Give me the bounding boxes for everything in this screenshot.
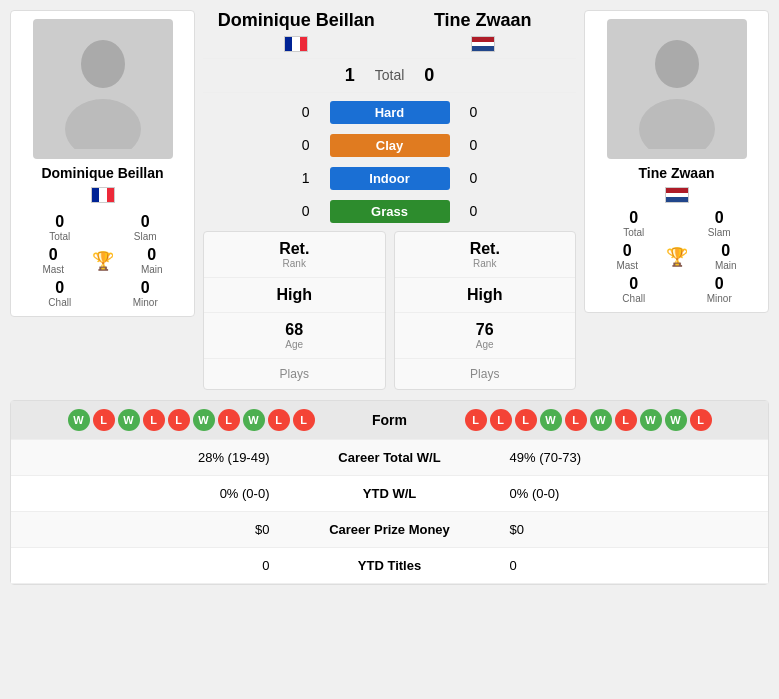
total-label: Total <box>375 67 405 83</box>
right-total-stat: 0 Total <box>593 209 675 238</box>
stat-row-3: 0 YTD Titles 0 <box>11 548 768 584</box>
form-badge-l: L <box>465 409 487 431</box>
stat-left-0: 28% (19-49) <box>23 450 290 465</box>
right-player-title: Tine Zwaan <box>390 10 577 32</box>
grass-badge: Grass <box>330 200 450 223</box>
left-rank-val: Ret. <box>204 240 385 258</box>
right-grass-score: 0 <box>470 203 490 219</box>
form-badge-l: L <box>293 409 315 431</box>
right-age-item: 76 Age <box>395 313 576 359</box>
left-plays-item: Plays <box>204 359 385 389</box>
form-badge-w: W <box>118 409 140 431</box>
right-player-flag <box>665 187 689 203</box>
form-badge-l: L <box>268 409 290 431</box>
hard-row: 0 Hard 0 <box>203 97 576 128</box>
left-slam-stat: 0 Slam <box>105 213 187 242</box>
right-age-val: 76 <box>395 321 576 339</box>
right-title-flag <box>471 36 495 52</box>
svg-point-1 <box>65 99 141 149</box>
left-player-avatar <box>33 19 173 159</box>
clay-badge: Clay <box>330 134 450 157</box>
right-player-avatar <box>607 19 747 159</box>
center-content: Dominique Beillan Tine Zwaan 1 Total 0 <box>203 10 576 390</box>
form-badge-l: L <box>515 409 537 431</box>
stat-label-0: Career Total W/L <box>290 450 490 465</box>
right-hard-score: 0 <box>470 104 490 120</box>
left-clay-score: 0 <box>290 137 310 153</box>
left-total-stat: 0 Total <box>19 213 101 242</box>
surface-rows: 0 Hard 0 0 Clay 0 1 Indoor 0 <box>203 97 576 227</box>
right-mast-stat: 0 Mast <box>593 242 662 271</box>
form-badge-l: L <box>490 409 512 431</box>
form-badge-l: L <box>218 409 240 431</box>
info-boxes-row: Ret. Rank High 68 Age Plays <box>203 231 576 390</box>
form-badge-w: W <box>243 409 265 431</box>
stat-label-1: YTD W/L <box>290 486 490 501</box>
left-rank-label: Rank <box>204 258 385 269</box>
stat-right-2: $0 <box>490 522 757 537</box>
form-label: Form <box>315 412 465 428</box>
left-player-flag <box>91 187 115 203</box>
form-badge-l: L <box>565 409 587 431</box>
left-form-sequence: WLWLLWLWLL <box>23 409 315 431</box>
right-plays-item: Plays <box>395 359 576 389</box>
left-rank-item: Ret. Rank <box>204 232 385 278</box>
form-badge-l: L <box>168 409 190 431</box>
right-minor-stat: 0 Minor <box>679 275 761 304</box>
right-player-name: Tine Zwaan <box>593 165 760 181</box>
grass-row: 0 Grass 0 <box>203 196 576 227</box>
form-badge-l: L <box>615 409 637 431</box>
form-badge-w: W <box>68 409 90 431</box>
right-age-label: Age <box>395 339 576 350</box>
right-chall-stat: 0 Chall <box>593 275 675 304</box>
left-indoor-score: 1 <box>290 170 310 186</box>
form-badge-l: L <box>143 409 165 431</box>
stat-right-0: 49% (70-73) <box>490 450 757 465</box>
stat-right-1: 0% (0-0) <box>490 486 757 501</box>
right-trophy-icon: 🏆 <box>666 246 688 268</box>
clay-row: 0 Clay 0 <box>203 130 576 161</box>
form-badge-w: W <box>640 409 662 431</box>
stat-row-0: 28% (19-49) Career Total W/L 49% (70-73) <box>11 440 768 476</box>
stat-left-2: $0 <box>23 522 290 537</box>
right-info-box: Ret. Rank High 76 Age Plays <box>394 231 577 390</box>
stat-left-1: 0% (0-0) <box>23 486 290 501</box>
left-main-stat: 0 Main <box>118 246 187 275</box>
left-minor-stat: 0 Minor <box>105 279 187 308</box>
right-indoor-score: 0 <box>470 170 490 186</box>
form-badge-l: L <box>690 409 712 431</box>
stat-row-2: $0 Career Prize Money $0 <box>11 512 768 548</box>
form-badge-l: L <box>93 409 115 431</box>
right-total-score: 0 <box>424 65 434 86</box>
right-clay-score: 0 <box>470 137 490 153</box>
right-high-item: High <box>395 278 576 313</box>
left-hard-score: 0 <box>290 104 310 120</box>
right-rank-item: Ret. Rank <box>395 232 576 278</box>
left-total-score: 1 <box>345 65 355 86</box>
left-high-item: High <box>204 278 385 313</box>
page-container: Dominique Beillan 0 Total 0 Slam <box>0 0 779 595</box>
left-age-val: 68 <box>204 321 385 339</box>
svg-point-2 <box>655 40 699 88</box>
bottom-stats-section: WLWLLWLWLL Form LLLWLWLWWL 28% (19-49) C… <box>10 400 769 585</box>
stat-label-2: Career Prize Money <box>290 522 490 537</box>
left-chall-stat: 0 Chall <box>19 279 101 308</box>
left-player-card: Dominique Beillan 0 Total 0 Slam <box>10 10 195 317</box>
left-player-name: Dominique Beillan <box>19 165 186 181</box>
form-row: WLWLLWLWLL Form LLLWLWLWWL <box>11 401 768 440</box>
left-grass-score: 0 <box>290 203 310 219</box>
right-rank-label: Rank <box>395 258 576 269</box>
right-form-sequence: LLLWLWLWWL <box>465 409 757 431</box>
form-badge-w: W <box>540 409 562 431</box>
stat-left-3: 0 <box>23 558 290 573</box>
stat-row-1: 0% (0-0) YTD W/L 0% (0-0) <box>11 476 768 512</box>
right-high-val: High <box>395 286 576 304</box>
left-mast-stat: 0 Mast <box>19 246 88 275</box>
career-stats-container: 28% (19-49) Career Total W/L 49% (70-73)… <box>11 440 768 584</box>
right-slam-stat: 0 Slam <box>679 209 761 238</box>
left-title-flag <box>284 36 308 52</box>
players-comparison: Dominique Beillan 0 Total 0 Slam <box>10 10 769 390</box>
stat-label-3: YTD Titles <box>290 558 490 573</box>
stat-right-3: 0 <box>490 558 757 573</box>
right-main-stat: 0 Main <box>692 242 761 271</box>
